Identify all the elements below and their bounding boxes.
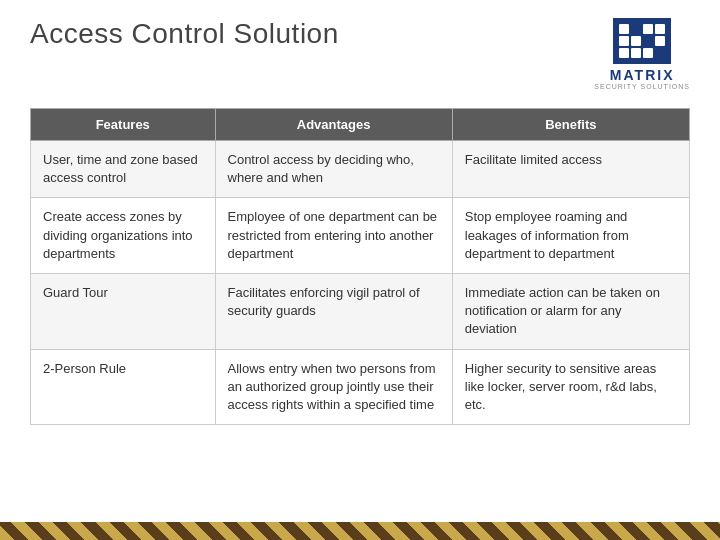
bottom-decorative-bar: [0, 522, 720, 540]
cell-benefit: Immediate action can be taken on notific…: [452, 273, 689, 349]
logo-dot: [619, 36, 629, 46]
table-row: User, time and zone based access control…: [31, 141, 690, 198]
cell-feature: User, time and zone based access control: [31, 141, 216, 198]
logo-grid: [613, 18, 671, 64]
cell-benefit: Facilitate limited access: [452, 141, 689, 198]
cell-feature: Guard Tour: [31, 273, 216, 349]
table-row: 2-Person RuleAllows entry when two perso…: [31, 349, 690, 425]
cell-benefit: Higher security to sensitive areas like …: [452, 349, 689, 425]
logo-security-text: SECURITY SOLUTIONS: [594, 83, 690, 90]
header-benefits: Benefits: [452, 109, 689, 141]
header-features: Features: [31, 109, 216, 141]
logo-dot: [619, 48, 629, 58]
cell-advantage: Employee of one department can be restri…: [215, 198, 452, 274]
cell-advantage: Control access by deciding who, where an…: [215, 141, 452, 198]
logo-dot: [655, 36, 665, 46]
logo-dot: [655, 24, 665, 34]
cell-feature: 2-Person Rule: [31, 349, 216, 425]
logo-matrix-text: MATRIX: [610, 67, 675, 83]
table-row: Guard TourFacilitates enforcing vigil pa…: [31, 273, 690, 349]
logo-dot: [631, 48, 641, 58]
header-advantages: Advantages: [215, 109, 452, 141]
logo-dot: [643, 48, 653, 58]
cell-advantage: Facilitates enforcing vigil patrol of se…: [215, 273, 452, 349]
header-row: Access Control Solution MATRIX SE: [30, 18, 690, 90]
cell-benefit: Stop employee roaming and leakages of in…: [452, 198, 689, 274]
logo-dot: [643, 36, 653, 46]
logo-container: MATRIX SECURITY SOLUTIONS: [594, 18, 690, 90]
table-row: Create access zones by dividing organiza…: [31, 198, 690, 274]
data-table: Features Advantages Benefits User, time …: [30, 108, 690, 425]
logo-dot: [631, 24, 641, 34]
logo-dot: [655, 48, 665, 58]
logo-dot: [631, 36, 641, 46]
cell-advantage: Allows entry when two persons from an au…: [215, 349, 452, 425]
cell-feature: Create access zones by dividing organiza…: [31, 198, 216, 274]
main-content: Access Control Solution MATRIX SE: [0, 0, 720, 453]
logo-dot: [643, 24, 653, 34]
table-header-row: Features Advantages Benefits: [31, 109, 690, 141]
logo-dot: [619, 24, 629, 34]
page-title: Access Control Solution: [30, 18, 339, 50]
